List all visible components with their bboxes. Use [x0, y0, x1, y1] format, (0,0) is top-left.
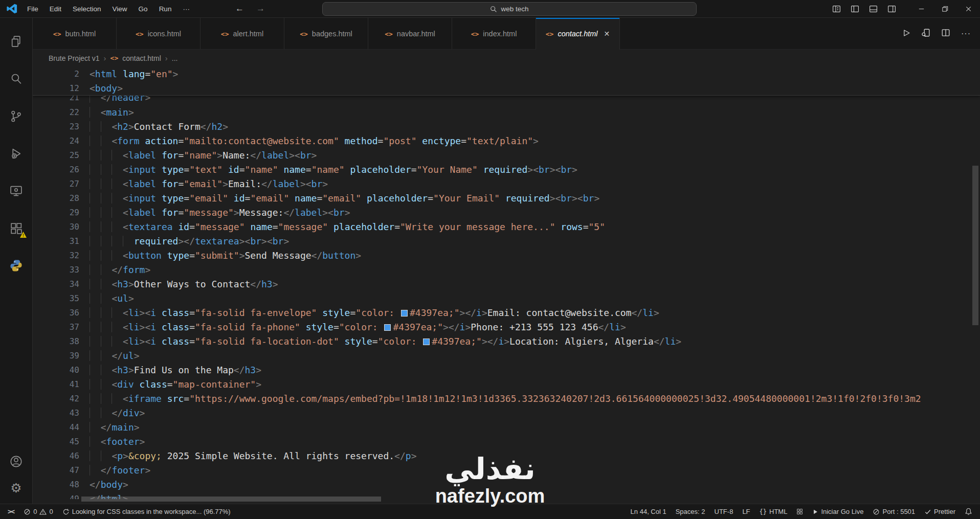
line-number[interactable]: 31: [33, 236, 79, 246]
tab-icons.html[interactable]: <>icons.html: [117, 18, 201, 50]
line-number[interactable]: 32: [33, 251, 79, 260]
line-number[interactable]: 21: [33, 96, 79, 102]
line-number[interactable]: 35: [33, 294, 79, 303]
code-line-39[interactable]: 39 </ul>: [33, 348, 980, 363]
breadcrumb-symbol-ellipsis[interactable]: ...: [172, 54, 178, 62]
code-line-41[interactable]: 41 <div class="map-container">: [33, 377, 980, 391]
breadcrumb-project[interactable]: Brute Project v1: [49, 54, 100, 62]
python-icon[interactable]: [0, 247, 33, 284]
line-number[interactable]: 26: [33, 165, 79, 174]
menu-view[interactable]: View: [107, 0, 133, 18]
status-go-live[interactable]: Iniciar Go Live: [808, 504, 868, 519]
code-line-30[interactable]: 30 <textarea id="message" name="message"…: [33, 219, 980, 234]
code-line-47[interactable]: 47 </footer>: [33, 463, 980, 477]
menu-[interactable]: ···: [177, 0, 195, 18]
code-line-45[interactable]: 45 <footer>: [33, 434, 980, 448]
code-line-48[interactable]: 48</body>: [33, 477, 980, 491]
code-line-22[interactable]: 22 <main>: [33, 105, 980, 119]
line-number[interactable]: 28: [33, 193, 79, 203]
line-number[interactable]: 22: [33, 107, 79, 117]
line-number[interactable]: 40: [33, 365, 79, 375]
toggle-panel-icon[interactable]: [869, 5, 878, 13]
source-control-icon[interactable]: [0, 98, 33, 135]
code-line-42[interactable]: 42 <iframe src="https://www.google.com/m…: [33, 391, 980, 405]
line-number[interactable]: 27: [33, 179, 79, 189]
code-line-25[interactable]: 25 <label for="name">Name:</label><br>: [33, 148, 980, 162]
status-problems[interactable]: 00: [19, 504, 57, 519]
code-line-44[interactable]: 44 </main>: [33, 420, 980, 434]
line-number[interactable]: 34: [33, 279, 79, 289]
extensions-icon[interactable]: [0, 210, 33, 247]
color-swatch[interactable]: [401, 310, 408, 317]
code-line-32[interactable]: 32 <button type="submit">Send Message</b…: [33, 248, 980, 262]
status-remote-indicator[interactable]: ><: [3, 504, 19, 519]
tab-contact.html[interactable]: <>contact.html✕: [536, 18, 620, 50]
menu-selection[interactable]: Selection: [67, 0, 107, 18]
code-line-35[interactable]: 35 <ul>: [33, 291, 980, 305]
back-arrow-icon[interactable]: ←: [235, 4, 244, 14]
code-line-43[interactable]: 43 </div>: [33, 405, 980, 420]
line-number[interactable]: 2: [33, 69, 79, 79]
tab-badges.html[interactable]: <>badges.html: [284, 18, 368, 50]
line-number[interactable]: 45: [33, 437, 79, 446]
code-editor[interactable]: 2<html lang="en">12<body> 21 </header> 2…: [33, 66, 980, 504]
menu-run[interactable]: Run: [153, 0, 177, 18]
close-tab-icon[interactable]: ✕: [604, 30, 610, 38]
line-number[interactable]: 43: [33, 408, 79, 418]
line-number[interactable]: 25: [33, 150, 79, 160]
line-number[interactable]: 30: [33, 222, 79, 232]
line-number[interactable]: 46: [33, 451, 79, 461]
code-line-31[interactable]: 31 required></textarea><br><br>: [33, 234, 980, 248]
close-window-button[interactable]: [956, 0, 980, 18]
code-line-29[interactable]: 29 <label for="message">Message:</label>…: [33, 205, 980, 219]
code-line-12[interactable]: 12<body>: [33, 81, 980, 95]
code-line-36[interactable]: 36 <li><i class="fa-solid fa-envelope" s…: [33, 305, 980, 320]
line-number[interactable]: 42: [33, 394, 79, 403]
code-line-38[interactable]: 38 <li><i class="fa-solid fa-location-do…: [33, 334, 980, 348]
color-swatch[interactable]: [423, 339, 430, 345]
status-encoding[interactable]: UTF-8: [710, 504, 738, 519]
customize-layout-icon[interactable]: [832, 5, 841, 13]
color-swatch[interactable]: [384, 324, 391, 331]
status-grid-status[interactable]: [792, 504, 808, 519]
code-line-37[interactable]: 37 <li><i class="fa-solid fa-phone" styl…: [33, 320, 980, 334]
run-debug-icon[interactable]: [0, 135, 33, 172]
line-number[interactable]: 12: [33, 83, 79, 93]
restore-button[interactable]: [933, 0, 956, 18]
code-line-23[interactable]: 23 <h2>Contact Form</h2>: [33, 119, 980, 133]
remote-explorer-icon[interactable]: [0, 172, 33, 210]
menu-file[interactable]: File: [21, 0, 44, 18]
code-line-27[interactable]: 27 <label for="email">Email:</label><br>: [33, 176, 980, 191]
status-cursor-position[interactable]: Ln 44, Col 1: [626, 504, 671, 519]
minimize-button[interactable]: [909, 0, 933, 18]
horizontal-scrollbar[interactable]: [81, 497, 381, 502]
line-number[interactable]: 37: [33, 322, 79, 332]
status-indentation[interactable]: Spaces: 2: [671, 504, 710, 519]
breadcrumb-file[interactable]: contact.html: [122, 54, 161, 62]
status-language-mode[interactable]: {}HTML: [755, 504, 792, 519]
line-number[interactable]: 38: [33, 336, 79, 346]
account-icon[interactable]: [9, 455, 23, 470]
code-line-28[interactable]: 28 <input type="email" id="email" name="…: [33, 191, 980, 205]
line-number[interactable]: 33: [33, 265, 79, 275]
open-changes-icon[interactable]: [921, 28, 930, 39]
line-number[interactable]: 23: [33, 122, 79, 131]
tab-index.html[interactable]: <>index.html: [452, 18, 536, 50]
run-file-icon[interactable]: [902, 29, 910, 39]
line-number[interactable]: 29: [33, 208, 79, 217]
line-number[interactable]: 24: [33, 136, 79, 146]
search-icon[interactable]: [0, 60, 33, 98]
tab-butn.html[interactable]: <>butn.html: [33, 18, 117, 50]
line-number[interactable]: 41: [33, 379, 79, 389]
status-live-server-port[interactable]: Port : 5501: [868, 504, 920, 519]
split-editor-icon[interactable]: [941, 28, 950, 39]
code-line-46[interactable]: 46 <p>&copy; 2025 Simple Website. All ri…: [33, 448, 980, 463]
code-line-21[interactable]: 21 </header>: [33, 96, 980, 104]
line-number[interactable]: 44: [33, 422, 79, 432]
line-number[interactable]: 36: [33, 308, 79, 318]
more-actions-icon[interactable]: ···: [961, 29, 971, 38]
line-number[interactable]: 47: [33, 465, 79, 475]
menu-edit[interactable]: Edit: [44, 0, 67, 18]
line-number[interactable]: 48: [33, 480, 79, 489]
code-line-24[interactable]: 24 <form action="mailto:contact@website.…: [33, 133, 980, 148]
